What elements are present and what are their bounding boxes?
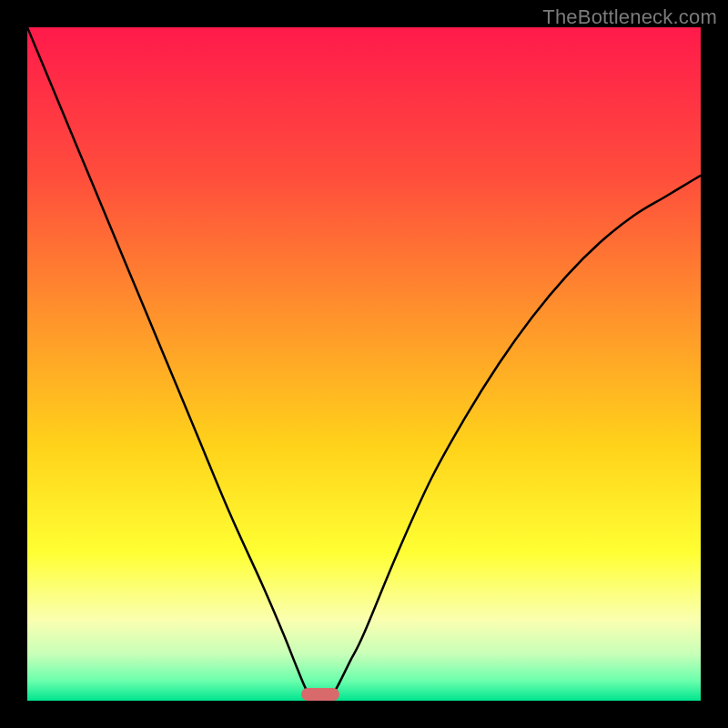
- curve-right: [330, 176, 701, 698]
- watermark-text: TheBottleneck.com: [542, 5, 717, 29]
- curve-left: [27, 27, 314, 697]
- plot-area: [27, 27, 701, 701]
- optimum-marker: [301, 688, 339, 701]
- chart-frame: TheBottleneck.com: [0, 0, 728, 728]
- bottleneck-curve: [27, 27, 701, 701]
